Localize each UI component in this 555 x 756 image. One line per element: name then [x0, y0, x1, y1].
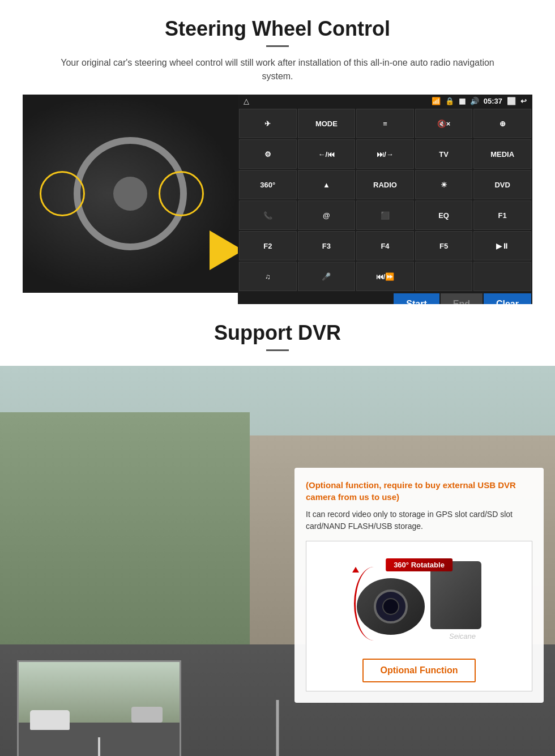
btn-apps[interactable]: ⊕	[473, 109, 531, 138]
btn-tv[interactable]: TV	[415, 139, 473, 169]
steering-wheel-bg	[23, 95, 238, 293]
steering-title: Steering Wheel Control	[23, 17, 532, 41]
yellow-arrow	[210, 230, 238, 270]
camera-visual: 360° Rotatable Seicane	[345, 550, 493, 652]
btn-empty1	[415, 262, 473, 291]
btn-next[interactable]: ⏭/→	[356, 139, 414, 169]
dvr-title: Support DVR	[0, 321, 555, 345]
seicane-watermark: Seicane	[449, 632, 476, 640]
android-buttons-grid: ✈ MODE ≡ 🔇× ⊕ ⚙ ←/⏮ ⏭/→ TV MEDIA 360° ▲ …	[238, 108, 532, 292]
circle-left-highlight	[40, 171, 85, 216]
wifi-icon: 📶	[432, 97, 441, 105]
home-icon: △	[244, 97, 249, 105]
steering-section: Steering Wheel Control Your original car…	[0, 0, 555, 304]
badge-360: 360° Rotatable	[386, 558, 452, 571]
btn-media[interactable]: MEDIA	[473, 139, 531, 169]
circle-right-highlight	[159, 171, 204, 216]
steering-composite: △ 📶 🔒 ▦ 🔊 05:37 ⬜ ↩ ✈ MODE ≡ 🔇×	[23, 95, 532, 293]
btn-playpause[interactable]: ▶⏸	[473, 231, 531, 260]
time-display: 05:37	[484, 97, 502, 105]
btn-phone[interactable]: 📞	[239, 200, 297, 230]
dvr-camera-box: 360° Rotatable Seicane	[306, 541, 532, 691]
btn-screen[interactable]: ⬛	[356, 200, 414, 230]
btn-f3[interactable]: F3	[298, 231, 356, 260]
back-icon: ↩	[520, 97, 527, 105]
statusbar-right: 📶 🔒 ▦ 🔊 05:37 ⬜ ↩	[432, 97, 527, 105]
btn-internet[interactable]: @	[298, 200, 356, 230]
dvr-header: Support DVR	[0, 304, 555, 366]
statusbar-left: △	[244, 97, 249, 105]
btn-menu[interactable]: ≡	[356, 109, 414, 138]
dvr-desc-text: It can record video only to storage in G…	[306, 509, 532, 532]
optional-function-button[interactable]: Optional Function	[362, 659, 476, 682]
road-line	[276, 700, 279, 756]
cards-icon: ▦	[459, 97, 466, 105]
btn-360[interactable]: 360°	[239, 170, 297, 199]
steering-description: Your original car's steering wheel contr…	[45, 56, 510, 83]
dvr-optional-text: (Optional function, require to buy exter…	[306, 479, 532, 503]
dvr-title-underline	[266, 349, 289, 351]
btn-settings[interactable]: ⚙	[239, 139, 297, 169]
dvr-info-card: (Optional function, require to buy exter…	[294, 468, 544, 703]
dvr-background-image: (Optional function, require to buy exter…	[0, 366, 555, 756]
camera-body	[430, 561, 481, 629]
steering-wheel-inner	[113, 177, 147, 211]
btn-eject[interactable]: ▲	[298, 170, 356, 199]
inset-car2	[131, 707, 163, 723]
btn-brightness[interactable]: ☀	[415, 170, 473, 199]
dvr-inset-photo	[17, 660, 181, 756]
btn-mode[interactable]: MODE	[298, 109, 356, 138]
btn-mute[interactable]: 🔇×	[415, 109, 473, 138]
title-underline	[266, 45, 289, 47]
inset-road-line	[98, 737, 100, 756]
btn-prev-next[interactable]: ⏮/⏩	[356, 262, 414, 291]
dvr-section: Support DVR	[0, 304, 555, 756]
window-icon: ⬜	[507, 97, 516, 105]
lock-icon: 🔒	[445, 97, 454, 105]
btn-f2[interactable]: F2	[239, 231, 297, 260]
android-ui-panel: △ 📶 🔒 ▦ 🔊 05:37 ⬜ ↩ ✈ MODE ≡ 🔇×	[238, 95, 532, 293]
btn-mic[interactable]: 🎤	[298, 262, 356, 291]
android-statusbar: △ 📶 🔒 ▦ 🔊 05:37 ⬜ ↩	[238, 95, 532, 108]
btn-arrow[interactable]: ✈	[239, 109, 297, 138]
steering-photo	[23, 95, 238, 293]
btn-empty2	[473, 262, 531, 291]
rotation-arrow	[352, 567, 359, 573]
btn-dvd[interactable]: DVD	[473, 170, 531, 199]
btn-f5[interactable]: F5	[415, 231, 473, 260]
rotation-arc	[354, 567, 394, 640]
sound-icon: 🔊	[470, 97, 479, 105]
inset-car	[30, 710, 70, 730]
btn-eq[interactable]: EQ	[415, 200, 473, 230]
btn-music[interactable]: ♫	[239, 262, 297, 291]
trees-left	[0, 412, 250, 668]
btn-prev[interactable]: ←/⏮	[298, 139, 356, 169]
btn-f4[interactable]: F4	[356, 231, 414, 260]
btn-radio[interactable]: RADIO	[356, 170, 414, 199]
btn-f1[interactable]: F1	[473, 200, 531, 230]
